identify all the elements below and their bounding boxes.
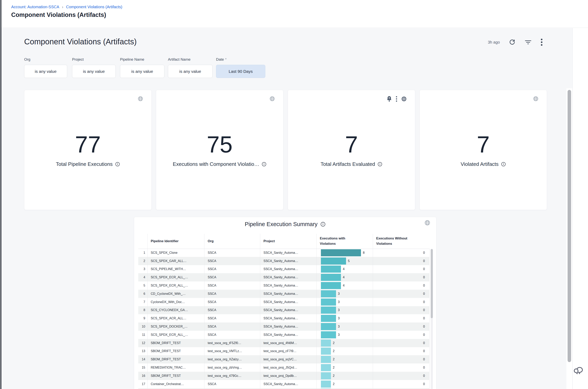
table-row[interactable]: 4SCS_SPDX_ECR_ALL_…SSCASSCA_Sanity_Autom… xyxy=(138,273,429,281)
project-cell: SSCA_Sanity_Automa… xyxy=(260,249,316,257)
violations-bar[interactable] xyxy=(321,315,336,322)
violations-bar[interactable] xyxy=(321,340,331,347)
filter-org-value[interactable]: is any value xyxy=(24,65,67,78)
column-header-index xyxy=(138,234,147,249)
row-index: 12 xyxy=(138,339,147,347)
violations-bar[interactable] xyxy=(321,331,336,338)
violations-bar[interactable] xyxy=(321,348,331,355)
table-row[interactable]: 5SCS_SPDX_ECR_ALL_…SSCASSCA_Sanity_Autom… xyxy=(138,281,429,290)
column-header-pipeline-identifier[interactable]: Pipeline Identifier xyxy=(147,234,204,249)
tile-label: Executions with Component Violatio… xyxy=(173,161,259,167)
info-icon[interactable] xyxy=(262,162,267,167)
main-scrollbar-track[interactable] xyxy=(566,88,572,389)
table-row[interactable]: 16SBOM_DRIFT_TESTtest_ssca_org_479Gc…tes… xyxy=(138,372,429,380)
column-header-executions-without-violations[interactable]: Executions Without Violations xyxy=(373,234,429,249)
executions-without-violations-cell: 0 xyxy=(373,323,429,331)
info-icon[interactable] xyxy=(320,222,326,227)
pipeline-identifier-cell: SCS_SPDX_Clone xyxy=(147,249,204,257)
table-row[interactable]: 2SCS_SPDX_GAR_ALL…SSCASSCA_Sanity_Automa… xyxy=(138,257,429,265)
violations-bar-value: 8 xyxy=(363,251,365,255)
executions-with-violations-cell: 2 xyxy=(316,380,373,388)
org-cell: SSCA xyxy=(204,290,260,298)
violations-bar[interactable] xyxy=(321,298,336,306)
executions-without-violations-cell xyxy=(373,388,429,389)
violations-bar-value: 2 xyxy=(333,357,335,361)
table-header-row: Pipeline Identifier Org Project Executio… xyxy=(138,234,429,249)
last-refreshed-label: 3h ago xyxy=(488,40,500,45)
table-row[interactable]: 14SBOM_DRIFT_TESTtest_ssca_org_XZalzy…te… xyxy=(138,355,429,363)
table-row[interactable]: 15REMEDIATION_TRAC…test_ssca_org_zbVmg…t… xyxy=(138,363,429,372)
executions-with-violations-cell: 2 xyxy=(316,355,373,363)
table-row[interactable]: 12SBOM_DRIFT_TESTtest_ssca_org_tF5Zf0…te… xyxy=(138,339,429,347)
table-row[interactable] xyxy=(138,388,429,389)
right-gutter xyxy=(572,28,588,389)
filter-pipeline-name-value[interactable]: is any value xyxy=(120,65,164,78)
org-cell: SSCA xyxy=(204,314,260,323)
violations-bar[interactable] xyxy=(321,274,341,281)
info-icon[interactable] xyxy=(378,162,382,167)
info-icon[interactable] xyxy=(115,162,120,167)
table-row[interactable]: 3SCS_PIPELINE_WITH…SSCASSCA_Sanity_Autom… xyxy=(138,265,429,273)
table-row[interactable]: 1SCS_SPDX_CloneSSCASSCA_Sanity_Automa…80 xyxy=(138,249,429,257)
executions-with-violations-cell: 2 xyxy=(316,372,373,380)
globe-icon[interactable] xyxy=(533,96,539,101)
tile-menu-kebab-icon[interactable] xyxy=(396,96,397,102)
table-row[interactable]: 7CycloneDX_With_Doc…SSCASSCA_Sanity_Auto… xyxy=(138,298,429,306)
main-scrollbar-thumb[interactable] xyxy=(568,90,571,362)
column-header-project[interactable]: Project xyxy=(260,234,316,249)
table-row[interactable]: 13SBOM_DRIFT_TESTtest_ssca_org_VMTLz…tes… xyxy=(138,347,429,356)
violations-bar[interactable] xyxy=(321,372,331,379)
violations-bar-value: 4 xyxy=(343,267,345,271)
pipeline-identifier-cell: SBOM_DRIFT_TEST xyxy=(147,339,204,347)
globe-icon[interactable] xyxy=(138,96,143,101)
pipeline-identifier-cell: SCS_CYCLONEDX_GA… xyxy=(147,306,204,314)
globe-icon[interactable] xyxy=(424,220,430,226)
violations-bar[interactable] xyxy=(321,282,341,289)
violations-bar-value: 2 xyxy=(333,366,335,369)
row-index: 17 xyxy=(138,380,147,388)
table-row[interactable]: 8SCS_CYCLONEDX_GA…SSCASSCA_Sanity_Automa… xyxy=(138,306,429,314)
table-row[interactable]: 9SCS_SPDX_ACR_ALL…SSCASSCA_Sanity_Automa… xyxy=(138,314,429,323)
violations-bar[interactable] xyxy=(321,258,346,264)
violations-bar[interactable] xyxy=(321,307,336,314)
globe-icon[interactable] xyxy=(401,96,407,102)
row-index: 8 xyxy=(138,306,147,314)
filters-button[interactable] xyxy=(524,39,532,45)
table-scrollbar-track[interactable] xyxy=(431,249,433,389)
chat-help-button[interactable] xyxy=(574,365,586,376)
violations-bar[interactable] xyxy=(321,356,331,363)
breadcrumb-current-link[interactable]: Component Violations (Artifacts) xyxy=(66,5,122,9)
violations-bar[interactable] xyxy=(321,290,336,297)
column-header-executions-with-violations[interactable]: Executions with Violations xyxy=(316,234,373,249)
violations-bar[interactable] xyxy=(321,265,341,273)
info-icon[interactable] xyxy=(501,162,506,167)
violations-bar-value: 3 xyxy=(338,333,340,337)
filter-project: Project is any value xyxy=(72,57,116,78)
table-row[interactable]: 11SCS_SPDX_ECR_ALL_…SSCASSCA_Sanity_Auto… xyxy=(138,331,429,339)
org-cell: SSCA xyxy=(204,306,260,314)
alert-bell-icon[interactable] xyxy=(387,96,392,102)
filter-date-value[interactable]: is any value xyxy=(168,65,212,78)
org-cell: SSCA xyxy=(204,380,260,388)
violations-bar[interactable] xyxy=(321,364,331,371)
violations-bar[interactable] xyxy=(321,323,336,330)
column-header-org[interactable]: Org xyxy=(204,234,260,249)
table-scrollbar-thumb[interactable] xyxy=(431,249,433,318)
filter-project-value[interactable]: is any value xyxy=(72,65,116,78)
violations-bar[interactable] xyxy=(321,381,331,388)
table-row[interactable]: 10SCS_SPDX_DOCKER_…SSCASSCA_Sanity_Autom… xyxy=(138,323,429,331)
violations-bar-value: 3 xyxy=(338,292,340,295)
executions-with-violations-cell xyxy=(316,388,373,389)
table-row[interactable]: 6CD_CycloneDX_With_…SSCASSCA_Sanity_Auto… xyxy=(138,290,429,298)
dashboard-menu-button[interactable] xyxy=(541,38,543,46)
violations-bar[interactable] xyxy=(321,249,361,256)
filter-date-range-value[interactable]: Last 90 Days xyxy=(216,65,265,78)
filter-date: Date* Last 90 Days xyxy=(216,57,265,78)
project-cell: SSCA_Sanity_Automa… xyxy=(260,380,316,388)
table-row[interactable]: 17Container_Orchestrat…SSCASSCA_Sanity_A… xyxy=(138,380,429,388)
breadcrumb-account-link[interactable]: Account: Automation-SSCA xyxy=(11,5,59,9)
executions-without-violations-cell: 0 xyxy=(373,339,429,347)
refresh-button[interactable] xyxy=(509,39,516,46)
globe-icon[interactable] xyxy=(270,96,275,101)
filter-org: Org is any value xyxy=(24,57,67,78)
